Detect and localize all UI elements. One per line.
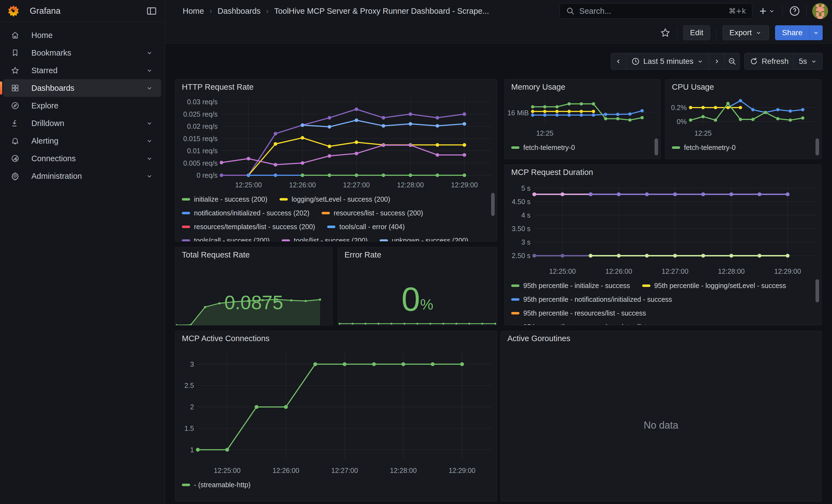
legend-item[interactable]: tools/list - success (200) bbox=[282, 237, 368, 242]
legend-item[interactable]: tools/call - error (404) bbox=[327, 223, 405, 231]
legend-swatch bbox=[327, 226, 335, 228]
legend-item[interactable]: resources/templates/list - success (200) bbox=[182, 223, 315, 231]
mcp-request-duration-chart[interactable]: 2.50 s3 s3.50 s4 s4.50 s5 s12:25:0012:26… bbox=[507, 180, 819, 277]
sidebar-item-starred[interactable]: Starred bbox=[3, 62, 161, 79]
search-input[interactable]: Search... ⌘+k bbox=[560, 3, 752, 19]
help-icon[interactable] bbox=[788, 5, 801, 17]
legend-item[interactable]: 95th percentile - resources/list - succe… bbox=[511, 309, 646, 317]
panel-cpu-usage: CPU Usage 0%0.2%12:25 fetch-telemetry-0 bbox=[665, 79, 822, 159]
chevron-down-icon bbox=[697, 58, 704, 65]
legend-item[interactable]: - (streamable-http) bbox=[182, 481, 251, 489]
compass-icon bbox=[10, 101, 20, 110]
panel-title[interactable]: Total Request Rate bbox=[175, 247, 332, 262]
breadcrumb-dashboards[interactable]: Dashboards bbox=[218, 7, 261, 16]
favorite-star-icon[interactable] bbox=[660, 27, 671, 38]
legend-swatch bbox=[182, 484, 190, 486]
chevron-down-icon[interactable] bbox=[146, 84, 153, 92]
sidebar-collapse-icon[interactable] bbox=[146, 5, 157, 17]
panel-title[interactable]: MCP Request Duration bbox=[504, 165, 821, 180]
chevron-down-icon[interactable] bbox=[146, 49, 153, 57]
panel-mcp-request-duration: MCP Request Duration 2.50 s3 s3.50 s4 s4… bbox=[504, 164, 822, 325]
sidebar-item-label: Drilldown bbox=[31, 119, 64, 128]
legend-item[interactable]: logging/setLevel - success (200) bbox=[280, 195, 390, 203]
legend-item[interactable]: 95th percentile - initialize - success bbox=[511, 282, 630, 290]
sidebar-item-label: Starred bbox=[31, 66, 57, 75]
legend-scrollbar[interactable] bbox=[815, 138, 819, 155]
legend-item[interactable]: 95th percentile - notifications/initiali… bbox=[511, 295, 672, 303]
chevron-down-icon[interactable] bbox=[146, 137, 153, 145]
cpu-usage-chart[interactable]: 0%0.2%12:25 bbox=[668, 95, 819, 139]
svg-text:12:26:00: 12:26:00 bbox=[289, 181, 316, 189]
chart-legend: 95th percentile - initialize - success95… bbox=[504, 277, 821, 325]
legend-label: 95th percentile - resources/list - succe… bbox=[523, 309, 646, 317]
legend-scrollbar[interactable] bbox=[654, 138, 658, 155]
chevron-down-icon[interactable] bbox=[146, 120, 153, 127]
share-button[interactable]: Share bbox=[775, 25, 809, 40]
legend-label: initialize - success (200) bbox=[194, 195, 267, 203]
memory-usage-chart[interactable]: 16 MiB12:25 bbox=[507, 95, 658, 139]
legend-swatch bbox=[282, 239, 290, 242]
svg-text:0.015 req/s: 0.015 req/s bbox=[183, 135, 218, 142]
panel-title[interactable]: Error Rate bbox=[338, 247, 497, 262]
legend-scrollbar[interactable] bbox=[491, 193, 495, 216]
panel-title[interactable]: Active Goroutines bbox=[501, 331, 821, 346]
apps-icon bbox=[10, 84, 20, 92]
time-back-button[interactable] bbox=[611, 53, 626, 70]
panel-title[interactable]: HTTP Request Rate bbox=[175, 80, 497, 95]
legend-swatch bbox=[182, 212, 190, 214]
svg-text:4.50 s: 4.50 s bbox=[512, 198, 530, 206]
avatar[interactable] bbox=[812, 3, 828, 19]
legend-item[interactable]: 95th percentile - logging/setLevel - suc… bbox=[642, 282, 786, 290]
legend-item[interactable]: tools/call - success (200) bbox=[182, 237, 270, 242]
new-button[interactable]: + bbox=[758, 5, 777, 17]
legend-item[interactable]: fetch-telemetry-0 bbox=[511, 143, 575, 152]
sidebar-item-connections[interactable]: Connections bbox=[3, 150, 161, 167]
gear-icon bbox=[10, 172, 20, 181]
legend-label: notifications/initialized - success (202… bbox=[194, 209, 310, 217]
legend-item[interactable]: resources/list - success (200) bbox=[322, 209, 423, 217]
sidebar-item-home[interactable]: Home bbox=[3, 26, 161, 44]
legend-item[interactable]: unknown - success (200) bbox=[380, 237, 468, 242]
svg-text:0.005 req/s: 0.005 req/s bbox=[183, 159, 218, 167]
svg-text:12:27:00: 12:27:00 bbox=[343, 181, 370, 189]
breadcrumb-home[interactable]: Home bbox=[183, 7, 204, 16]
sidebar-item-bookmarks[interactable]: Bookmarks bbox=[3, 44, 161, 62]
svg-text:0.02 req/s: 0.02 req/s bbox=[187, 123, 218, 130]
svg-text:3: 3 bbox=[190, 361, 194, 368]
chevron-down-icon[interactable] bbox=[146, 155, 153, 162]
divider bbox=[806, 5, 807, 17]
sidebar-item-dashboards[interactable]: Dashboards bbox=[3, 79, 161, 97]
edit-button[interactable]: Edit bbox=[683, 25, 710, 40]
refresh-interval-dropdown[interactable]: 5s bbox=[794, 53, 823, 70]
bell-icon bbox=[10, 136, 20, 145]
chevron-left-icon bbox=[615, 57, 622, 65]
breadcrumb-separator: › bbox=[209, 7, 212, 16]
stat-value: 0.0875 bbox=[224, 292, 283, 314]
legend-item[interactable]: notifications/initialized - success (202… bbox=[182, 209, 310, 217]
mcp-active-connections-chart[interactable]: 11.522.5312:25:0012:26:0012:27:0012:28:0… bbox=[178, 346, 495, 476]
panel-title[interactable]: CPU Usage bbox=[665, 80, 821, 95]
panel-title[interactable]: Memory Usage bbox=[504, 80, 660, 95]
sidebar-item-alerting[interactable]: Alerting bbox=[3, 132, 161, 150]
time-range-button[interactable]: Last 5 minutes bbox=[626, 53, 709, 70]
sidebar-item-administration[interactable]: Administration bbox=[3, 167, 161, 185]
share-dropdown-button[interactable] bbox=[809, 25, 823, 40]
panel-title[interactable]: MCP Active Connections bbox=[175, 331, 497, 346]
sidebar-item-explore[interactable]: Explore bbox=[3, 97, 161, 114]
time-forward-button[interactable] bbox=[709, 53, 724, 70]
legend-scrollbar[interactable] bbox=[815, 279, 819, 302]
chevron-down-icon[interactable] bbox=[146, 172, 153, 180]
export-button[interactable]: Export bbox=[723, 25, 769, 40]
legend-item[interactable]: fetch-telemetry-0 bbox=[672, 143, 736, 152]
search-placeholder: Search... bbox=[579, 7, 724, 16]
refresh-button[interactable]: Refresh bbox=[744, 53, 794, 70]
legend-item[interactable]: initialize - success (200) bbox=[182, 195, 267, 203]
chevron-down-icon[interactable] bbox=[146, 67, 153, 74]
http-request-rate-chart[interactable]: 0 req/s0.005 req/s0.01 req/s0.015 req/s0… bbox=[178, 95, 495, 191]
sidebar-item-drilldown[interactable]: Drilldown bbox=[3, 114, 161, 132]
legend-item[interactable]: 95th percentile - resources/templates/li… bbox=[511, 323, 678, 325]
legend-label: 95th percentile - initialize - success bbox=[523, 282, 630, 290]
zoom-out-button[interactable] bbox=[724, 53, 740, 70]
chevron-right-icon bbox=[713, 57, 721, 65]
legend-swatch bbox=[642, 285, 650, 287]
